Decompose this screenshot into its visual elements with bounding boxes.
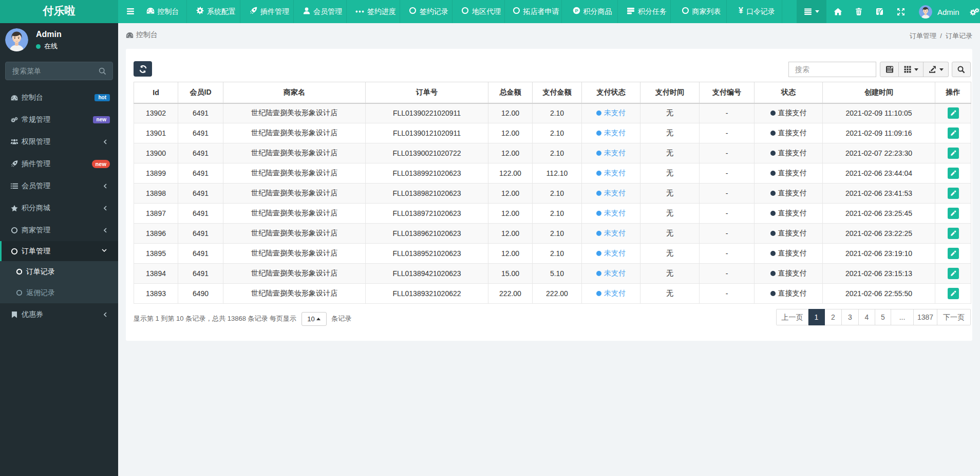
svg-text:P: P — [575, 8, 578, 13]
